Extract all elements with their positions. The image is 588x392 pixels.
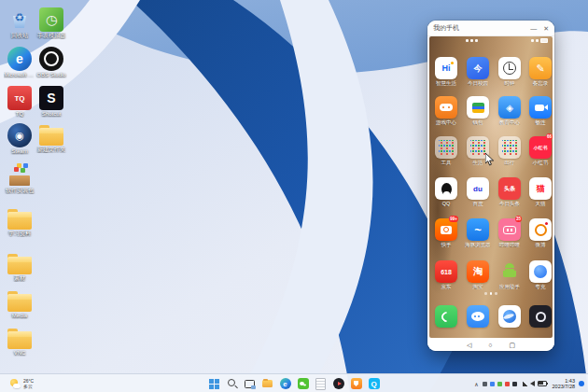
tray-icon-5[interactable]: [512, 382, 517, 386]
folder-vnc[interactable]: VNC: [4, 327, 35, 357]
battery-tray-icon: [538, 381, 547, 387]
app-meetime[interactable]: 畅连: [525, 96, 553, 125]
app-kuaishou-icon: 99+: [435, 218, 457, 241]
app-label: 畅连: [525, 119, 553, 125]
tq-app[interactable]: TQ: [4, 86, 35, 118]
file-explorer-button[interactable]: [261, 377, 274, 390]
nav-home-button[interactable]: ○: [488, 342, 492, 348]
tray-icon-4[interactable]: [505, 382, 510, 386]
notepad-button[interactable]: [315, 377, 328, 390]
media-player-button[interactable]: [332, 377, 345, 390]
dock-phone[interactable]: [431, 305, 461, 328]
app-taobao[interactable]: 淘宝: [463, 260, 493, 289]
notification-count-badge: 35: [515, 216, 522, 222]
app-ai-life[interactable]: 智慧生活: [431, 57, 461, 86]
folder-tools-icon: [435, 136, 457, 159]
dock-camera[interactable]: [525, 305, 553, 328]
app-qq[interactable]: QQ: [431, 177, 461, 206]
phone-window-title: 我的手机: [433, 23, 530, 33]
security-app-button[interactable]: [350, 377, 363, 390]
app-android[interactable]: 应用助手: [495, 260, 525, 289]
dock-browser[interactable]: [495, 305, 525, 328]
app-label: 游戏中心: [431, 119, 461, 125]
dock-messages[interactable]: [463, 305, 493, 328]
qq-button[interactable]: [368, 377, 381, 390]
close-button[interactable]: ✕: [543, 25, 549, 32]
tray-date: 2023/7/28: [553, 384, 575, 390]
app-tmall[interactable]: 天猫: [525, 177, 553, 206]
minimize-button[interactable]: —: [530, 25, 537, 32]
start-button[interactable]: [208, 377, 221, 390]
app-baidu[interactable]: 百度: [463, 177, 493, 206]
app-weibo-icon: [529, 218, 552, 241]
steam-icon: [7, 123, 32, 147]
clock-button[interactable]: 1:43 2023/7/28: [553, 378, 575, 390]
folder-life-icon: [467, 136, 489, 159]
system-icons-button[interactable]: [521, 379, 549, 389]
app-education[interactable]: 教育中心: [495, 96, 525, 125]
edge-button[interactable]: [279, 377, 292, 390]
notification-badge[interactable]: [579, 381, 584, 386]
app-quark[interactable]: 夸克: [525, 260, 553, 289]
app-ai-life-icon: [435, 57, 457, 79]
task-view-button[interactable]: [244, 377, 257, 390]
folder-media[interactable]: Media: [4, 289, 35, 319]
app-bilibili[interactable]: 35哔哩哔哩: [495, 218, 525, 247]
folder-material-icon: [7, 257, 32, 274]
app-notepad[interactable]: 备忘录: [525, 57, 553, 86]
desktop-icon-label: OBS Studio: [35, 72, 67, 78]
folder-new[interactable]: 新建文件夹: [35, 123, 67, 153]
app-toutiao-icon: [498, 177, 521, 200]
watch-app[interactable]: 手表模拟器: [35, 7, 67, 39]
folder-travel[interactable]: 出行: [495, 136, 525, 165]
obs-studio[interactable]: OBS Studio: [35, 47, 67, 78]
app-label: 教育中心: [495, 119, 525, 125]
folder-life[interactable]: 生活: [463, 136, 493, 165]
folder-tools[interactable]: 工具: [431, 136, 461, 165]
app-weibo[interactable]: 微博: [525, 218, 553, 247]
tray-expand-button[interactable]: ∧: [474, 381, 478, 387]
folder-study[interactable]: 学习资料: [4, 207, 35, 237]
wechat-button[interactable]: [297, 377, 310, 390]
app-wallet[interactable]: 钱包: [463, 96, 493, 125]
search-button[interactable]: [226, 377, 239, 390]
app-campus[interactable]: 今日校园: [463, 57, 493, 86]
tray-icon-3[interactable]: [497, 382, 502, 386]
microsoft-edge[interactable]: Microsoft Edge: [4, 47, 35, 78]
app-campus-icon: [467, 57, 489, 79]
tray-icon-2[interactable]: [490, 382, 495, 386]
app-kuaishou[interactable]: 99+快手: [431, 218, 461, 247]
app-jd[interactable]: 京东: [431, 260, 461, 289]
tray-icon-1[interactable]: [483, 382, 487, 386]
app-label: 淘宝: [463, 284, 493, 289]
folder-material[interactable]: 素材: [4, 252, 35, 282]
desktop-icon-label: Media: [4, 313, 35, 319]
app-dolphin-browser[interactable]: 海豚浏览器: [463, 218, 493, 247]
shotcut[interactable]: Shotcut: [35, 86, 67, 118]
app-toutiao[interactable]: 今日头条: [495, 177, 525, 206]
app-xiaohongshu[interactable]: 66小红书: [525, 136, 553, 165]
app-xiaohongshu-icon: 66: [529, 136, 552, 159]
app-label: 天猫: [525, 201, 553, 206]
app-android-icon: [498, 260, 521, 283]
app-education-icon: [498, 96, 521, 119]
software-box[interactable]: 软件安装包: [4, 162, 35, 194]
app-notepad-icon: [529, 57, 552, 79]
nav-back-button[interactable]: ◁: [467, 342, 471, 348]
steam[interactable]: Steam: [4, 123, 35, 155]
phone-screen: 智慧生活今日校园时钟备忘录游戏中心钱包教育中心畅连工具生活出行66小红书QQ百度…: [429, 36, 553, 338]
app-tmall-icon: [529, 177, 552, 200]
recycle-bin[interactable]: 回收站: [4, 7, 35, 39]
phone-window-titlebar[interactable]: 我的手机 — ✕: [427, 21, 554, 36]
phone-mirror-window: 我的手机 — ✕ 智慧生活今日校园时钟备忘录游戏中心钱包教育中: [427, 21, 554, 351]
app-label: 备忘录: [525, 80, 553, 86]
folder-media-icon: [7, 294, 32, 312]
app-label: 小红书: [525, 160, 553, 165]
app-label: QQ: [431, 201, 461, 206]
app-clock[interactable]: 时钟: [495, 57, 525, 86]
software-box-icon: [7, 162, 32, 187]
nav-recents-button[interactable]: ▢: [510, 342, 516, 348]
app-game-center[interactable]: 游戏中心: [431, 96, 461, 125]
obs-studio-icon: [39, 47, 63, 71]
app-label: 钱包: [463, 119, 493, 125]
